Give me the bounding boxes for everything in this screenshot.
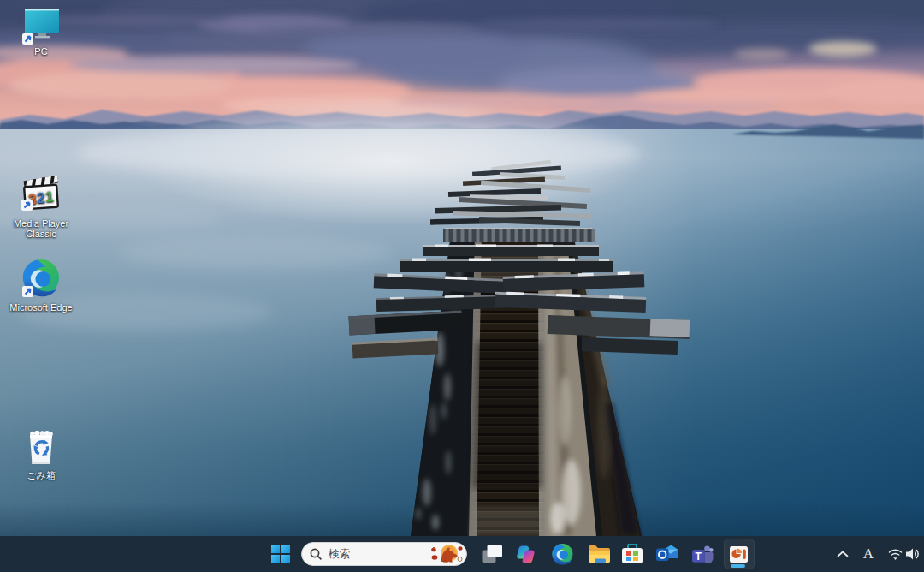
svg-text:1: 1 [44, 188, 54, 206]
svg-text:2: 2 [36, 190, 45, 207]
svg-text:T: T [695, 550, 702, 562]
